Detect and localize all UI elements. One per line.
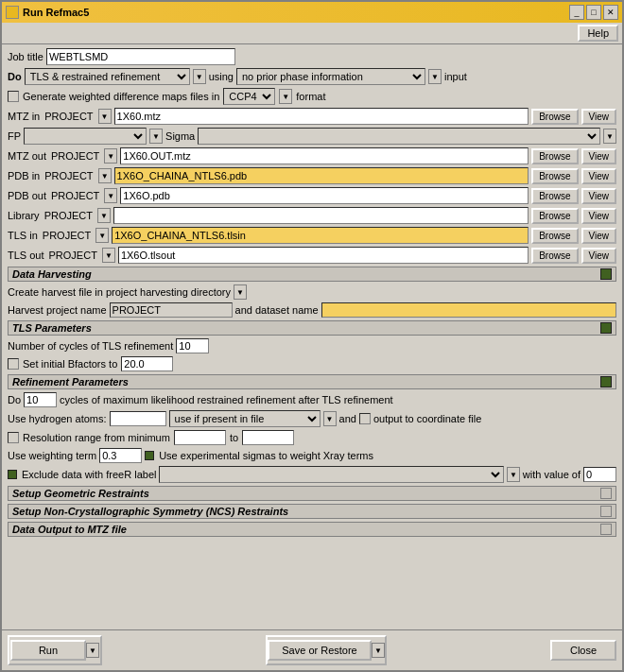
do-select[interactable]: TLS & restrained refinement	[25, 68, 190, 85]
library-browse[interactable]: Browse	[531, 208, 578, 224]
pdb-out-browse[interactable]: Browse	[531, 188, 578, 204]
tls-in-project-arrow[interactable]: ▼	[95, 228, 109, 243]
save-restore-dropdown-arrow[interactable]: ▼	[372, 643, 385, 658]
create-harvest-arrow[interactable]: ▼	[234, 284, 247, 300]
mtz-in-view[interactable]: View	[581, 109, 617, 125]
input-label: input	[444, 71, 467, 82]
fp-dropdown-arrow[interactable]: ▼	[149, 129, 163, 144]
exclude-indicator	[8, 470, 17, 479]
setup-ncs-header: Setup Non-Crystallographic Symmetry (NCS…	[8, 504, 616, 519]
exclude-row: Exclude data with freeR label ▼ with val…	[8, 466, 616, 483]
harvest-project-label: Harvest project name	[8, 304, 107, 316]
weighting-input[interactable]	[99, 448, 142, 463]
pdb-in-input[interactable]	[114, 167, 529, 184]
maximize-button[interactable]: □	[586, 5, 601, 20]
tls-in-label: TLS in	[8, 230, 38, 241]
format-select[interactable]: CCP4	[223, 88, 275, 105]
output-coordinate-checkbox[interactable]	[359, 413, 371, 424]
tls-out-input[interactable]	[118, 247, 529, 264]
tls-out-label: TLS out	[8, 250, 44, 261]
harvest-project-input[interactable]	[110, 302, 233, 318]
with-value-label: with value of	[523, 469, 581, 480]
library-input[interactable]	[113, 207, 529, 224]
library-project-arrow[interactable]: ▼	[97, 208, 111, 223]
bfactors-checkbox[interactable]	[8, 358, 19, 370]
tls-cycles-row: Number of cycles of TLS refinement	[8, 338, 616, 353]
minimize-button[interactable]: _	[569, 5, 584, 20]
refinement-cycles-text: cycles of maximum likelihood restrained …	[60, 394, 393, 405]
hydrogen-dropdown-arrow[interactable]: ▼	[323, 411, 337, 426]
refinement-cycles-input[interactable]	[24, 392, 57, 407]
do-label: Do	[8, 71, 22, 82]
pdb-out-view[interactable]: View	[581, 188, 617, 204]
format-dropdown-arrow[interactable]: ▼	[279, 89, 292, 104]
pdb-out-input[interactable]	[120, 187, 529, 204]
library-view[interactable]: View	[581, 208, 617, 224]
resolution-max-input[interactable]	[242, 430, 294, 445]
save-restore-button[interactable]: Save or Restore	[268, 640, 372, 661]
help-button[interactable]: Help	[578, 25, 618, 42]
using-dropdown-arrow[interactable]: ▼	[428, 69, 442, 84]
tls-out-browse[interactable]: Browse	[531, 248, 578, 264]
harvest-project-row: Harvest project name and dataset name	[8, 302, 616, 318]
with-value-input[interactable]	[583, 467, 616, 482]
pdb-out-label: PDB out	[8, 190, 46, 201]
help-bar: Help	[2, 23, 622, 44]
pdb-in-browse[interactable]: Browse	[531, 168, 578, 184]
resolution-checkbox[interactable]	[8, 432, 19, 443]
bfactors-input[interactable]	[121, 356, 173, 371]
mtz-out-project-arrow[interactable]: ▼	[104, 148, 117, 164]
mtz-in-browse[interactable]: Browse	[531, 109, 578, 125]
tls-out-view[interactable]: View	[581, 248, 617, 264]
mtz-out-browse[interactable]: Browse	[531, 148, 578, 164]
generate-row: Generate weighted difference maps files …	[8, 88, 616, 105]
mtz-out-view[interactable]: View	[581, 148, 617, 164]
job-title-input[interactable]	[46, 48, 235, 65]
tls-cycles-input[interactable]	[176, 338, 209, 353]
generate-checkbox[interactable]	[8, 91, 19, 102]
tls-parameters-header: TLS Parameters	[8, 320, 616, 336]
footer: Run ▼ Save or Restore ▼ Close	[2, 629, 622, 670]
pdb-in-view[interactable]: View	[581, 168, 617, 184]
close-button[interactable]: Close	[550, 640, 616, 661]
weighting-label: Use weighting term	[8, 450, 96, 461]
refinement-parameters-indicator[interactable]	[600, 376, 612, 388]
sigma-dropdown-arrow[interactable]: ▼	[603, 129, 616, 144]
setup-ncs-indicator[interactable]	[600, 506, 612, 517]
data-output-indicator[interactable]	[600, 524, 612, 535]
run-button[interactable]: Run	[10, 640, 86, 661]
pdb-out-project-arrow[interactable]: ▼	[104, 188, 117, 203]
exclude-dropdown-arrow[interactable]: ▼	[507, 467, 520, 482]
hydrogen-input[interactable]	[110, 411, 166, 426]
fp-select[interactable]	[24, 128, 147, 145]
do-dropdown-arrow[interactable]: ▼	[193, 69, 206, 84]
mtz-in-project-arrow[interactable]: ▼	[98, 109, 112, 124]
main-window: Run Refmac5 _ □ ✕ Help Job title Do TLS …	[0, 0, 624, 672]
data-output-title: Data Output to MTZ file	[12, 524, 127, 535]
resolution-min-input[interactable]	[174, 430, 226, 445]
tls-in-input[interactable]	[112, 227, 529, 244]
run-dropdown-arrow[interactable]: ▼	[86, 643, 99, 658]
setup-geometric-header: Setup Geometric Restraints	[8, 486, 616, 501]
resolution-row: Resolution range from minimum to	[8, 430, 616, 445]
tls-parameters-title: TLS Parameters	[12, 322, 92, 334]
using-select[interactable]: no prior phase information	[236, 68, 425, 85]
refinement-parameters-title: Refinement Parameters	[12, 376, 129, 388]
tls-parameters-indicator[interactable]	[600, 322, 612, 334]
sigma-select[interactable]	[198, 128, 600, 145]
tls-in-view[interactable]: View	[581, 228, 617, 244]
mtz-in-input[interactable]	[114, 108, 529, 125]
hydrogen-select[interactable]: use if present in file	[169, 410, 321, 427]
close-button[interactable]: ✕	[603, 5, 618, 20]
dataset-input[interactable]	[321, 302, 616, 318]
tls-out-project-arrow[interactable]: ▼	[102, 248, 115, 263]
data-harvesting-indicator[interactable]	[600, 268, 612, 280]
run-button-container: Run ▼	[8, 635, 102, 665]
tls-in-browse[interactable]: Browse	[531, 228, 578, 244]
setup-geometric-indicator[interactable]	[600, 488, 612, 499]
exclude-label: Exclude data with freeR label	[22, 469, 156, 480]
mtz-out-input[interactable]	[120, 147, 529, 164]
weighting-indicator	[145, 451, 154, 460]
pdb-in-project-arrow[interactable]: ▼	[98, 168, 112, 183]
exclude-select[interactable]	[159, 466, 503, 483]
